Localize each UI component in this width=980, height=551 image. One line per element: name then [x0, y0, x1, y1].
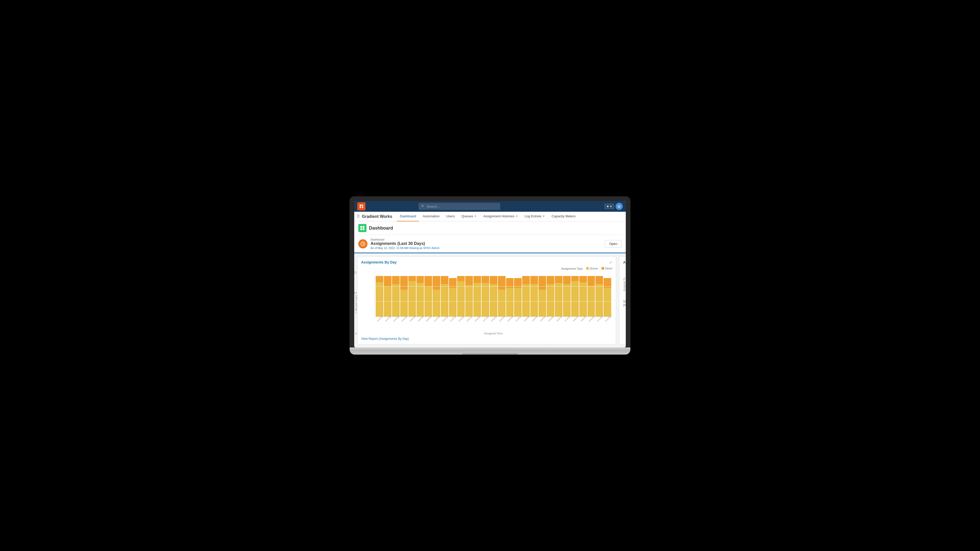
laptop-base: [350, 348, 630, 354]
queues-chevron: ▼: [474, 215, 477, 218]
bar-group: [514, 271, 522, 317]
bar-group: [465, 271, 473, 317]
bar-group: [384, 271, 391, 317]
assignees-top-axis: 0: [623, 267, 626, 270]
x-axis-labels: 4/13/20224/14/20224/15/20224/16/20224/18…: [374, 318, 612, 331]
bar-group: [571, 271, 579, 317]
bar-group: [555, 271, 563, 317]
bar-group: [587, 271, 595, 317]
open-button[interactable]: Open: [605, 240, 622, 248]
queue-color-dot: [586, 267, 589, 270]
page-content: Dashboard Dashboard Assignments (Last 30…: [354, 221, 626, 348]
svg-rect-0: [360, 226, 362, 228]
bar-group: [522, 271, 530, 317]
chart-legend: Assignment Type Queue Direct: [361, 267, 612, 270]
top-bar-right: ★ ▼ G: [605, 203, 623, 210]
bar-group: [595, 271, 603, 317]
bar-group: [392, 271, 400, 317]
bar-chart-wrapper: Record Count 21 14 7 0 4/13/20224/14/202…: [361, 271, 612, 335]
report-icon: [358, 239, 368, 248]
report-card: Dashboard Assignments (Last 30 Days) As …: [354, 235, 626, 253]
bar-group: [473, 271, 481, 317]
bar-group: [417, 271, 424, 317]
bar-group: [604, 271, 611, 317]
assignees-y-label: Assigned To: [623, 278, 626, 291]
svg-rect-2: [360, 228, 362, 230]
svg-rect-3: [363, 228, 364, 230]
nav-item-log-entries[interactable]: Log Entries ▼: [522, 212, 548, 221]
nav-menu: ⠿ Gradient Works Dashboard Automation Us…: [354, 212, 626, 221]
search-icon: 🔍: [421, 205, 425, 208]
y-axis-labels: 21 14 7 0: [354, 271, 357, 335]
logo[interactable]: [357, 202, 366, 210]
report-info: Dashboard Assignments (Last 30 Days) As …: [371, 238, 602, 249]
bar-group: [490, 271, 497, 317]
bar-group: [408, 271, 416, 317]
view-report-assignees-link[interactable]: View Report (Assignees): [623, 300, 626, 307]
bar-group: [425, 271, 432, 317]
nav-item-assignment-histories[interactable]: Assignment Histories ▼: [480, 212, 521, 221]
report-label: Dashboard: [371, 238, 602, 241]
nav-item-automation[interactable]: Automation: [420, 212, 442, 221]
bar-group: [506, 271, 514, 317]
legend-direct: Direct: [601, 267, 612, 270]
page-title: Dashboard: [369, 225, 393, 231]
app-name: Gradient Works: [362, 214, 392, 219]
bar-group: [433, 271, 440, 317]
bar-chart-area: [374, 271, 612, 317]
app-launcher-icon[interactable]: ⠿: [357, 214, 360, 219]
bar-group: [579, 271, 587, 317]
assignments-by-day-card: Assignments By Day ⤢ Assignment Type Que…: [357, 256, 616, 345]
log-entries-chevron: ▼: [542, 215, 545, 218]
report-title: Assignments (Last 30 Days): [371, 241, 602, 246]
page-icon: [358, 224, 366, 232]
page-header: Dashboard: [354, 221, 626, 235]
bar-group: [375, 271, 383, 317]
x-axis-title: Assigned Time: [374, 332, 612, 335]
assignments-chart-title: Assignments By Day: [361, 260, 396, 264]
legend-queue: Queue: [586, 267, 598, 270]
assignees-chart-header: Assignees: [623, 260, 626, 264]
direct-color-dot: [601, 267, 604, 270]
bar-group: [498, 271, 506, 317]
screen: 🔍 ★ ▼ G ⠿ Gradient Works Dashboard: [354, 201, 626, 348]
assignees-card: Assignees 0 Assigned To Lily Young: [619, 256, 626, 345]
bar-group: [457, 271, 465, 317]
charts-row: Assignments By Day ⤢ Assignment Type Que…: [354, 253, 626, 348]
user-avatar[interactable]: G: [616, 203, 623, 210]
nav-item-capacity-meters[interactable]: Capacity Meters: [549, 212, 579, 221]
assignees-chart-body: Assigned To Lily Young Cameron Sanders: [623, 271, 626, 298]
view-report-assignments-link[interactable]: View Report (Assignments By Day): [361, 337, 612, 341]
bar-group: [449, 271, 457, 317]
assignees-chart-title: Assignees: [623, 260, 626, 264]
search-input[interactable]: [426, 205, 498, 208]
search-bar[interactable]: 🔍: [418, 203, 500, 210]
bar-group: [563, 271, 571, 317]
nav-item-queues[interactable]: Queues ▼: [458, 212, 479, 221]
report-date: As of May 12, 2022, 11:58 AM·Viewing as …: [371, 246, 602, 249]
bar-group: [547, 271, 554, 317]
expand-icon[interactable]: ⤢: [609, 260, 612, 264]
bar-group: [400, 271, 408, 317]
nav-item-dashboard[interactable]: Dashboard: [397, 212, 419, 221]
bar-group: [538, 271, 546, 317]
bar-group: [482, 271, 489, 317]
bar-group: [441, 271, 449, 317]
nav-item-users[interactable]: Users: [443, 212, 458, 221]
bar-group: [530, 271, 538, 317]
favorites-button[interactable]: ★ ▼: [605, 204, 614, 209]
assignment-histories-chevron: ▼: [515, 215, 518, 218]
chart-header: Assignments By Day ⤢: [361, 260, 612, 264]
top-bar: 🔍 ★ ▼ G: [354, 201, 626, 212]
laptop-container: 🔍 ★ ▼ G ⠿ Gradient Works Dashboard: [350, 197, 630, 354]
screen-bezel: 🔍 ★ ▼ G ⠿ Gradient Works Dashboard: [350, 197, 630, 348]
svg-rect-1: [363, 226, 364, 228]
